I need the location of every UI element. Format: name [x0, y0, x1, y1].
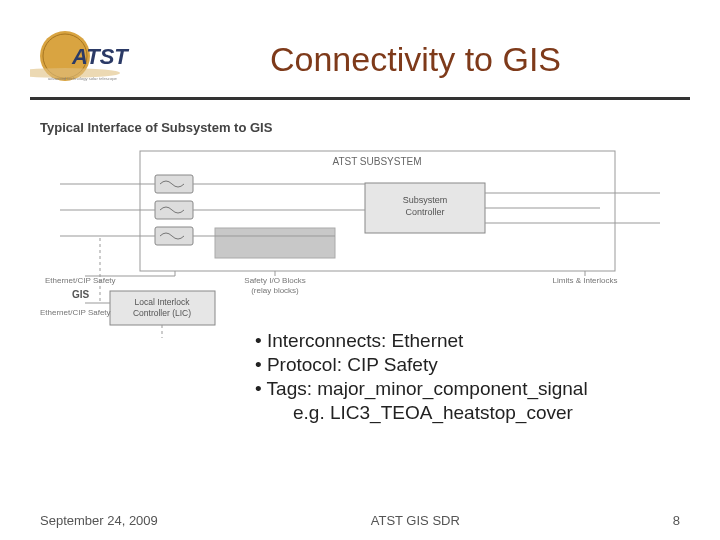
footer: September 24, 2009 ATST GIS SDR 8: [0, 513, 720, 528]
svg-text:Ethernet/CIP Safety: Ethernet/CIP Safety: [45, 276, 116, 285]
figure-area: Typical Interface of Subsystem to GIS AT…: [40, 120, 680, 338]
svg-text:Safety I/O Blocks: Safety I/O Blocks: [244, 276, 305, 285]
bullet-item: Tags: major_minor_component_signal: [255, 378, 588, 400]
svg-text:Ethernet/CIP Safety: Ethernet/CIP Safety: [40, 308, 111, 317]
svg-text:Controller (LIC): Controller (LIC): [133, 308, 191, 318]
figure-caption: Typical Interface of Subsystem to GIS: [40, 120, 680, 135]
svg-text:GIS: GIS: [72, 289, 90, 300]
gis-diagram: ATST SUBSYSTEM Subsystem Controller: [40, 143, 680, 338]
svg-rect-10: [215, 228, 335, 258]
footer-page: 8: [673, 513, 680, 528]
footer-center: ATST GIS SDR: [371, 513, 460, 528]
svg-text:Controller: Controller: [405, 207, 444, 217]
bullet-item: Protocol: CIP Safety: [255, 354, 588, 376]
svg-text:advanced technology solar tele: advanced technology solar telescope: [48, 76, 118, 81]
page-title: Connectivity to GIS: [270, 40, 561, 79]
svg-text:ATST: ATST: [71, 44, 129, 69]
svg-text:Local Interlock: Local Interlock: [135, 297, 191, 307]
footer-date: September 24, 2009: [40, 513, 158, 528]
svg-text:(relay blocks): (relay blocks): [251, 286, 299, 295]
svg-text:Limits & Interlocks: Limits & Interlocks: [553, 276, 618, 285]
svg-text:ATST SUBSYSTEM: ATST SUBSYSTEM: [332, 156, 421, 167]
bullet-sub: e.g. LIC3_TEOA_heatstop_cover: [293, 402, 588, 424]
atst-logo: ATST advanced technology solar telescope: [30, 28, 180, 92]
svg-text:Subsystem: Subsystem: [403, 195, 448, 205]
bullet-item: Interconnects: Ethernet: [255, 330, 588, 352]
bullet-list: Interconnects: Ethernet Protocol: CIP Sa…: [255, 330, 588, 426]
